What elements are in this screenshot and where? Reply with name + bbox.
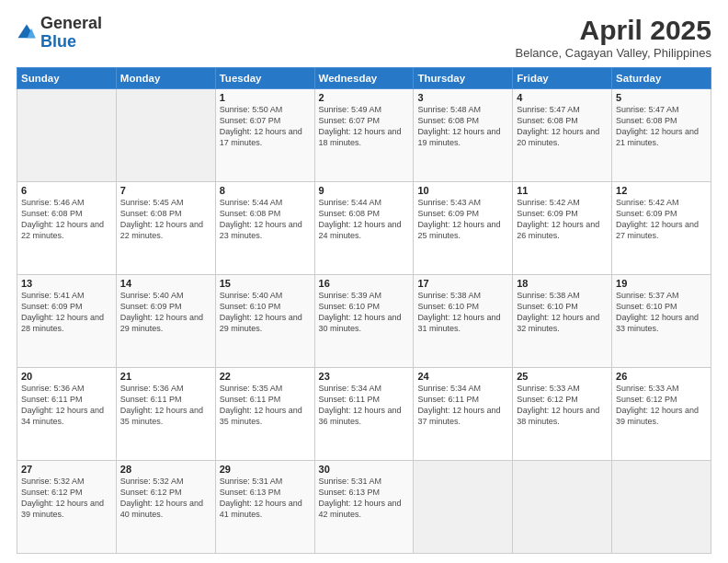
logo-general: General — [40, 15, 102, 33]
day-header-sunday: Sunday — [17, 68, 117, 89]
day-number: 23 — [319, 371, 410, 382]
day-number: 27 — [21, 464, 112, 475]
calendar-week-3: 13Sunrise: 5:41 AM Sunset: 6:09 PM Dayli… — [17, 275, 711, 368]
day-info: Sunrise: 5:36 AM Sunset: 6:11 PM Dayligh… — [21, 383, 112, 428]
day-number: 4 — [517, 92, 608, 103]
calendar-cell: 2Sunrise: 5:49 AM Sunset: 6:07 PM Daylig… — [314, 89, 414, 182]
calendar-cell: 9Sunrise: 5:44 AM Sunset: 6:08 PM Daylig… — [314, 182, 414, 275]
calendar-cell: 3Sunrise: 5:48 AM Sunset: 6:08 PM Daylig… — [414, 89, 513, 182]
calendar-table: SundayMondayTuesdayWednesdayThursdayFrid… — [17, 67, 711, 554]
calendar-body: 1Sunrise: 5:50 AM Sunset: 6:07 PM Daylig… — [17, 89, 711, 554]
calendar-cell: 20Sunrise: 5:36 AM Sunset: 6:11 PM Dayli… — [17, 368, 117, 461]
calendar-cell: 8Sunrise: 5:44 AM Sunset: 6:08 PM Daylig… — [215, 182, 314, 275]
day-number: 28 — [120, 464, 211, 475]
calendar-cell: 25Sunrise: 5:33 AM Sunset: 6:12 PM Dayli… — [513, 368, 612, 461]
day-info: Sunrise: 5:47 AM Sunset: 6:08 PM Dayligh… — [517, 104, 608, 149]
day-info: Sunrise: 5:50 AM Sunset: 6:07 PM Dayligh… — [220, 104, 311, 149]
calendar-cell: 10Sunrise: 5:43 AM Sunset: 6:09 PM Dayli… — [414, 182, 513, 275]
calendar-cell: 12Sunrise: 5:42 AM Sunset: 6:09 PM Dayli… — [612, 182, 711, 275]
day-header-saturday: Saturday — [612, 68, 711, 89]
calendar-header-row: SundayMondayTuesdayWednesdayThursdayFrid… — [17, 68, 711, 89]
day-number: 21 — [120, 371, 211, 382]
day-info: Sunrise: 5:42 AM Sunset: 6:09 PM Dayligh… — [517, 197, 608, 242]
calendar-cell: 22Sunrise: 5:35 AM Sunset: 6:11 PM Dayli… — [215, 368, 314, 461]
day-info: Sunrise: 5:33 AM Sunset: 6:12 PM Dayligh… — [616, 383, 707, 428]
calendar-week-5: 27Sunrise: 5:32 AM Sunset: 6:12 PM Dayli… — [17, 461, 711, 554]
calendar-cell: 26Sunrise: 5:33 AM Sunset: 6:12 PM Dayli… — [612, 368, 711, 461]
calendar-cell: 24Sunrise: 5:34 AM Sunset: 6:11 PM Dayli… — [414, 368, 513, 461]
calendar-cell: 27Sunrise: 5:32 AM Sunset: 6:12 PM Dayli… — [17, 461, 117, 554]
day-info: Sunrise: 5:37 AM Sunset: 6:10 PM Dayligh… — [616, 290, 707, 335]
calendar-week-1: 1Sunrise: 5:50 AM Sunset: 6:07 PM Daylig… — [17, 89, 711, 182]
day-number: 16 — [319, 278, 410, 289]
day-number: 22 — [220, 371, 311, 382]
day-number: 26 — [616, 371, 707, 382]
day-number: 6 — [21, 185, 112, 196]
day-number: 17 — [417, 278, 508, 289]
day-info: Sunrise: 5:43 AM Sunset: 6:09 PM Dayligh… — [417, 197, 508, 242]
day-info: Sunrise: 5:38 AM Sunset: 6:10 PM Dayligh… — [517, 290, 608, 335]
day-info: Sunrise: 5:48 AM Sunset: 6:08 PM Dayligh… — [417, 104, 508, 149]
day-info: Sunrise: 5:31 AM Sunset: 6:13 PM Dayligh… — [220, 476, 311, 521]
day-info: Sunrise: 5:40 AM Sunset: 6:10 PM Dayligh… — [220, 290, 311, 335]
month-title: April 2025 — [516, 15, 711, 46]
day-header-friday: Friday — [513, 68, 612, 89]
day-number: 2 — [319, 92, 410, 103]
day-number: 8 — [220, 185, 311, 196]
calendar-cell: 5Sunrise: 5:47 AM Sunset: 6:08 PM Daylig… — [612, 89, 711, 182]
day-info: Sunrise: 5:42 AM Sunset: 6:09 PM Dayligh… — [616, 197, 707, 242]
day-info: Sunrise: 5:31 AM Sunset: 6:13 PM Dayligh… — [319, 476, 410, 521]
day-number: 9 — [319, 185, 410, 196]
day-number: 5 — [616, 92, 707, 103]
day-number: 24 — [417, 371, 508, 382]
day-number: 30 — [319, 464, 410, 475]
day-info: Sunrise: 5:44 AM Sunset: 6:08 PM Dayligh… — [220, 197, 311, 242]
calendar-cell — [17, 89, 117, 182]
day-info: Sunrise: 5:32 AM Sunset: 6:12 PM Dayligh… — [120, 476, 211, 521]
day-number: 3 — [417, 92, 508, 103]
day-number: 13 — [21, 278, 112, 289]
day-number: 14 — [120, 278, 211, 289]
calendar-cell — [612, 461, 711, 554]
day-info: Sunrise: 5:32 AM Sunset: 6:12 PM Dayligh… — [21, 476, 112, 521]
day-info: Sunrise: 5:40 AM Sunset: 6:09 PM Dayligh… — [120, 290, 211, 335]
day-info: Sunrise: 5:41 AM Sunset: 6:09 PM Dayligh… — [21, 290, 112, 335]
calendar-cell: 4Sunrise: 5:47 AM Sunset: 6:08 PM Daylig… — [513, 89, 612, 182]
logo-blue: Blue — [40, 33, 102, 52]
calendar-cell: 21Sunrise: 5:36 AM Sunset: 6:11 PM Dayli… — [116, 368, 215, 461]
day-info: Sunrise: 5:33 AM Sunset: 6:12 PM Dayligh… — [517, 383, 608, 428]
calendar-cell: 18Sunrise: 5:38 AM Sunset: 6:10 PM Dayli… — [513, 275, 612, 368]
calendar-cell: 6Sunrise: 5:46 AM Sunset: 6:08 PM Daylig… — [17, 182, 117, 275]
day-header-tuesday: Tuesday — [215, 68, 314, 89]
day-info: Sunrise: 5:34 AM Sunset: 6:11 PM Dayligh… — [417, 383, 508, 428]
calendar-cell: 7Sunrise: 5:45 AM Sunset: 6:08 PM Daylig… — [116, 182, 215, 275]
day-header-wednesday: Wednesday — [314, 68, 414, 89]
calendar-cell: 29Sunrise: 5:31 AM Sunset: 6:13 PM Dayli… — [215, 461, 314, 554]
calendar-cell — [116, 89, 215, 182]
day-info: Sunrise: 5:45 AM Sunset: 6:08 PM Dayligh… — [120, 197, 211, 242]
day-info: Sunrise: 5:34 AM Sunset: 6:11 PM Dayligh… — [319, 383, 410, 428]
calendar-week-2: 6Sunrise: 5:46 AM Sunset: 6:08 PM Daylig… — [17, 182, 711, 275]
calendar-cell: 16Sunrise: 5:39 AM Sunset: 6:10 PM Dayli… — [314, 275, 414, 368]
calendar-week-4: 20Sunrise: 5:36 AM Sunset: 6:11 PM Dayli… — [17, 368, 711, 461]
day-number: 15 — [220, 278, 311, 289]
day-info: Sunrise: 5:44 AM Sunset: 6:08 PM Dayligh… — [319, 197, 410, 242]
location-subtitle: Belance, Cagayan Valley, Philippines — [516, 46, 711, 60]
calendar-cell: 14Sunrise: 5:40 AM Sunset: 6:09 PM Dayli… — [116, 275, 215, 368]
day-number: 12 — [616, 185, 707, 196]
calendar-cell: 15Sunrise: 5:40 AM Sunset: 6:10 PM Dayli… — [215, 275, 314, 368]
day-info: Sunrise: 5:35 AM Sunset: 6:11 PM Dayligh… — [220, 383, 311, 428]
calendar-cell: 11Sunrise: 5:42 AM Sunset: 6:09 PM Dayli… — [513, 182, 612, 275]
logo: General Blue — [17, 15, 102, 52]
page: General Blue April 2025 Belance, Cagayan… — [0, 0, 728, 563]
day-info: Sunrise: 5:47 AM Sunset: 6:08 PM Dayligh… — [616, 104, 707, 149]
day-info: Sunrise: 5:39 AM Sunset: 6:10 PM Dayligh… — [319, 290, 410, 335]
calendar-cell: 17Sunrise: 5:38 AM Sunset: 6:10 PM Dayli… — [414, 275, 513, 368]
day-header-thursday: Thursday — [414, 68, 513, 89]
day-header-monday: Monday — [116, 68, 215, 89]
calendar-cell — [513, 461, 612, 554]
day-info: Sunrise: 5:38 AM Sunset: 6:10 PM Dayligh… — [417, 290, 508, 335]
calendar-cell — [414, 461, 513, 554]
header: General Blue April 2025 Belance, Cagayan… — [17, 15, 711, 60]
calendar-cell: 13Sunrise: 5:41 AM Sunset: 6:09 PM Dayli… — [17, 275, 117, 368]
